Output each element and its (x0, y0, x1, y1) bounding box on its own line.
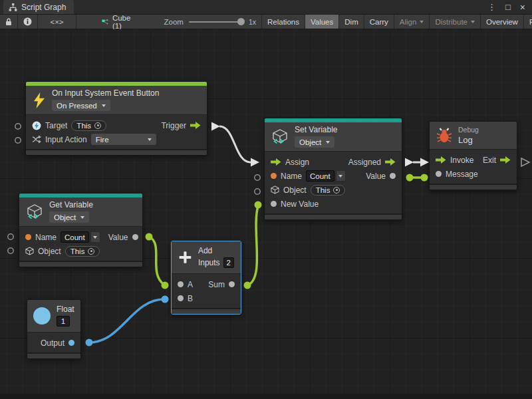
event-target-chip[interactable]: This (71, 120, 106, 131)
get-object-label: Object (38, 247, 61, 256)
set-variable-new-value-row: New Value (265, 197, 402, 211)
invoke-label: Invoke (450, 156, 473, 165)
zoom-value: 1x (249, 18, 256, 26)
get-object-chip[interactable]: This (65, 246, 100, 257)
float-value-field[interactable]: 1 (57, 316, 70, 327)
info-icon (23, 17, 32, 26)
b-label: B (188, 294, 193, 303)
full-screen-button[interactable]: Full Screen (524, 15, 532, 29)
values-button[interactable]: Values (305, 15, 339, 29)
trigger-output-port[interactable] (190, 122, 201, 129)
float-output-label: Output (41, 338, 65, 348)
assign-label: Assign (285, 158, 309, 167)
get-value-label: Value (108, 233, 128, 242)
lock-icon (5, 18, 12, 26)
full-screen-label: Full Screen (529, 18, 532, 26)
zoom-slider-knob[interactable] (237, 18, 245, 25)
inspect-button[interactable] (18, 15, 38, 29)
node-on-input-system-event-button[interactable]: On Input System Event Button On Pressed … (25, 81, 207, 156)
debug-category-label: Debug (458, 126, 479, 134)
add-footer (172, 308, 241, 314)
carry-button[interactable]: Carry (364, 15, 394, 29)
set-object-chip[interactable]: This (311, 185, 346, 196)
value-output-port[interactable] (390, 173, 396, 179)
distribute-dropdown-icon (471, 21, 475, 23)
menu-icon[interactable]: ⋮ (487, 3, 496, 11)
float-header: Float 1 (27, 300, 80, 332)
assign-input-port[interactable] (271, 158, 281, 166)
node-debug-log[interactable]: Debug Log Invoke Exit Message (429, 121, 517, 190)
get-name-value: Count (61, 231, 89, 243)
get-variable-scope-dropdown-icon (80, 216, 84, 219)
value-output-port[interactable] (132, 234, 138, 240)
tab-script-graph[interactable]: Script Graph (3, 0, 74, 14)
message-label: Message (446, 170, 478, 179)
get-name-dropdown-icon (93, 236, 97, 239)
event-node-footer (26, 149, 207, 155)
get-name-label: Name (35, 233, 57, 242)
code-preview-button[interactable]: <×> (38, 15, 76, 29)
get-name-combo[interactable]: Count (61, 231, 100, 243)
zoom-slider[interactable] (189, 21, 243, 23)
float-output-port[interactable] (68, 340, 74, 346)
debug-message-row: Message (430, 167, 517, 181)
name-input-port[interactable] (271, 173, 277, 179)
name-input-port[interactable] (25, 234, 31, 240)
set-object-value: This (316, 186, 331, 194)
event-mode-dropdown[interactable]: On Pressed (52, 100, 110, 111)
a-input-port[interactable] (178, 281, 184, 287)
b-input-port[interactable] (178, 295, 184, 301)
align-button[interactable]: Align (394, 15, 430, 29)
debug-invoke-row: Invoke Exit (430, 153, 517, 167)
get-name-dropdown-button[interactable] (90, 231, 100, 243)
lightning-bolt-icon (33, 92, 46, 108)
variable-cube-icon (271, 128, 289, 146)
graph-node-icon (102, 18, 108, 26)
set-variable-name-row: Name Count Value (265, 169, 402, 183)
node-get-variable[interactable]: Get Variable Object Name Count Value (19, 193, 143, 267)
overview-button[interactable]: Overview (481, 15, 524, 29)
align-dropdown-icon (420, 21, 424, 23)
sum-output-port[interactable] (229, 281, 235, 287)
debug-log-header: Debug Log (430, 122, 517, 150)
bug-icon (436, 128, 452, 143)
input-action-select[interactable]: Fire (91, 134, 156, 145)
distribute-button[interactable]: Distribute (430, 15, 481, 29)
lock-button[interactable] (0, 15, 18, 29)
float-footer (27, 352, 80, 358)
add-inputs-label: Inputs (198, 259, 220, 267)
graph-toolbar: <×> Cube (1) Zoom 1x Relations Values Di… (0, 15, 532, 29)
set-name-dropdown-button[interactable] (336, 170, 346, 182)
new-value-input-port[interactable] (271, 201, 277, 207)
node-float[interactable]: Float 1 Output (27, 299, 81, 359)
event-mode-value: On Pressed (57, 102, 97, 110)
set-name-combo[interactable]: Count (306, 170, 346, 182)
dim-button[interactable]: Dim (339, 15, 364, 29)
dim-label: Dim (344, 18, 358, 26)
set-variable-scope-dropdown-icon (326, 141, 330, 144)
exit-output-port[interactable] (500, 156, 511, 164)
tab-title: Script Graph (21, 3, 66, 12)
node-add[interactable]: Add Inputs 2 A Sum B (171, 241, 241, 315)
add-a-row: A Sum (172, 277, 241, 291)
relations-button[interactable]: Relations (261, 15, 305, 29)
script-graph-window: Script Graph ⋮ □ × (0, 0, 532, 399)
object-picker-icon (88, 248, 94, 255)
message-input-port[interactable] (436, 171, 442, 177)
add-inputs-count-field[interactable]: 2 (223, 257, 234, 268)
assigned-output-port[interactable] (385, 158, 396, 166)
get-variable-header: Get Variable Object (19, 198, 142, 227)
add-title: Add (198, 247, 234, 255)
close-icon[interactable]: × (520, 3, 525, 12)
maximize-icon[interactable]: □ (505, 3, 511, 11)
node-set-variable[interactable]: Set Variable Object Assign Assigned (264, 118, 402, 220)
graph-reference[interactable]: Cube (1) (95, 15, 140, 29)
add-body: A Sum B (172, 274, 241, 308)
get-variable-scope-dropdown[interactable]: Object (49, 211, 89, 223)
zoom-label: Zoom (164, 18, 184, 26)
set-value-label: Value (366, 172, 386, 181)
set-variable-assign-row: Assign Assigned (265, 155, 402, 169)
invoke-input-port[interactable] (436, 156, 446, 164)
relations-label: Relations (267, 18, 299, 26)
set-variable-scope-dropdown[interactable]: Object (295, 136, 334, 148)
